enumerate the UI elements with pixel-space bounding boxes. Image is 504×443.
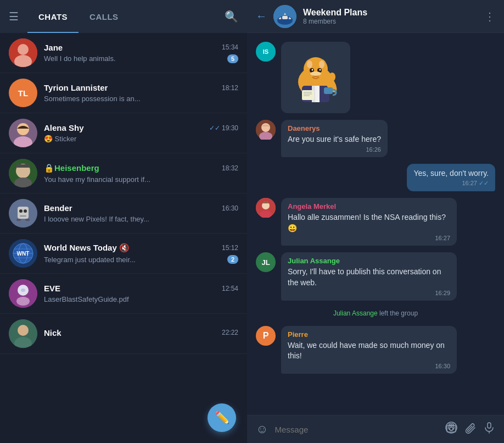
camera-button[interactable] [445,421,458,438]
message-time: 16:30 [288,363,450,369]
svg-point-4 [17,123,29,135]
message-sender: Pierre [288,330,450,339]
chat-time: 12:54 [222,285,238,292]
svg-point-43 [312,69,313,71]
svg-point-51 [329,73,335,81]
message-sender: Angela Merkel [288,202,450,211]
svg-rect-69 [488,423,491,428]
chat-info: Nick 22:22 [44,328,238,340]
emoji-button[interactable]: ☺ [256,422,268,436]
chat-time: 22:22 [222,329,238,336]
chat-name: 🔒Heisenberg [44,163,99,173]
svg-point-44 [320,69,321,71]
svg-point-40 [319,60,324,68]
chat-preview: Well I do help animals. [44,54,223,63]
svg-rect-33 [282,16,288,19]
chat-name: Bender [44,203,72,213]
message-sender: Daenerys [288,124,381,132]
chat-name: Jane [44,43,63,52]
svg-point-29 [18,325,29,336]
right-panel: ← Weekend Plans 8 members ⋮ IS [247,0,504,443]
chat-name: Alena Shy [44,123,84,132]
back-button[interactable]: ← [256,10,267,23]
list-item[interactable]: Jane 15:34 Well I do help animals. 5 [0,33,247,73]
chat-name: Tyrion Lannister [44,83,108,92]
avatar: P [256,326,276,346]
svg-point-13 [24,209,27,213]
message-time: 16:27 [288,235,450,241]
group-name: Weekend Plans [303,8,484,18]
list-item[interactable]: Nick 22:22 [0,314,247,354]
avatar: WNT [9,239,37,268]
chat-info: Tyrion Lannister 18:12 Sometimes possess… [44,83,238,103]
tab-chats[interactable]: CHATS [27,0,79,33]
message-row: P Pierre Wait, we could have made so muc… [256,326,495,374]
avatar: JL [256,252,276,272]
avatar: TL [9,79,37,107]
message-time: 16:27 ✓✓ [413,180,489,187]
chat-info: Alena Shy ✓✓ 19:30 😍 Sticker [44,123,238,143]
svg-point-46 [310,71,321,76]
svg-rect-8 [16,164,30,168]
chat-time: 15:34 [222,43,238,51]
avatar [9,159,37,187]
chat-preview: Telegram just updated their... [44,256,223,264]
chat-header: ← Weekend Plans 8 members ⋮ [247,0,504,33]
message-sender: Julian Assange [288,257,450,265]
unread-badge: 2 [227,255,238,264]
chat-info: World News Today 🔇 15:12 Telegram just u… [44,243,238,264]
message-bubble: Daenerys Are you sure it's safe here? 16… [281,120,388,157]
message-bubble: Pierre Wait, we could have made so much … [281,326,457,374]
system-message: Julian Assange left the group [256,307,495,319]
svg-rect-15 [16,219,21,221]
message-text: Wait, we could have made so much money o… [288,340,450,362]
group-info: Weekend Plans 8 members [303,8,484,25]
chat-info: Bender 16:30 I looove new Pixels! If fac… [44,203,238,223]
chat-list: Jane 15:34 Well I do help animals. 5 TL … [0,33,247,443]
microphone-button[interactable] [483,422,495,437]
list-item[interactable]: TL Tyrion Lannister 18:12 Sometimes poss… [0,73,247,113]
compose-button[interactable]: ✏️ [208,403,236,432]
message-text: Sorry, I'll have to publish this convers… [288,267,450,288]
svg-rect-14 [20,215,26,217]
more-options-button[interactable]: ⋮ [484,10,495,23]
message-text: Are you sure it's safe here? [288,134,381,145]
chat-name: World News Today 🔇 [44,243,130,253]
group-members: 8 members [303,18,484,25]
chat-input-bar: ☺ [247,415,504,443]
tab-calls[interactable]: CALLS [79,0,130,33]
list-item[interactable]: Alena Shy ✓✓ 19:30 😍 Sticker [0,113,247,153]
chat-time: 18:12 [222,84,238,92]
avatar [256,198,276,218]
hamburger-icon[interactable]: ☰ [9,10,19,23]
message-input[interactable] [275,423,438,436]
message-bubble: Angela Merkel Hallo alle zusammen! Is th… [281,198,457,246]
chat-name: Nick [44,328,61,337]
chat-info: EVE 12:54 LaserBlastSafetyGuide.pdf [44,284,238,303]
tabs: CHATS CALLS [27,0,220,33]
avatar [9,319,37,348]
svg-point-26 [21,289,25,292]
message-row: Yes, sure, don't worry. 16:27 ✓✓ [256,164,495,192]
search-icon[interactable]: 🔍 [225,10,238,23]
avatar [9,199,37,228]
chat-name: EVE [44,284,60,293]
message-row: Angela Merkel Hallo alle zusammen! Is th… [256,198,495,246]
chat-preview: You have my financial support if... [44,175,238,184]
svg-point-12 [19,209,23,213]
message-row: Daenerys Are you sure it's safe here? 16… [256,120,495,157]
svg-rect-52 [324,87,333,94]
avatar: IS [256,42,276,62]
list-item[interactable]: Bender 16:30 I looove new Pixels! If fac… [0,193,247,234]
svg-point-1 [18,44,29,55]
messages-area: IS [247,33,504,415]
chat-preview: LaserBlastSafetyGuide.pdf [44,295,238,303]
list-item[interactable]: WNT World News Today 🔇 15:12 Telegram ju… [0,234,247,274]
message-time: 16:29 [288,290,450,296]
attach-button[interactable] [464,422,477,437]
svg-rect-11 [18,207,29,219]
list-item[interactable]: EVE 12:54 LaserBlastSafetyGuide.pdf [0,274,247,314]
list-item[interactable]: 🔒Heisenberg 18:32 You have my financial … [0,153,247,193]
svg-rect-16 [25,219,30,221]
chat-info: Jane 15:34 Well I do help animals. 5 [44,43,238,63]
